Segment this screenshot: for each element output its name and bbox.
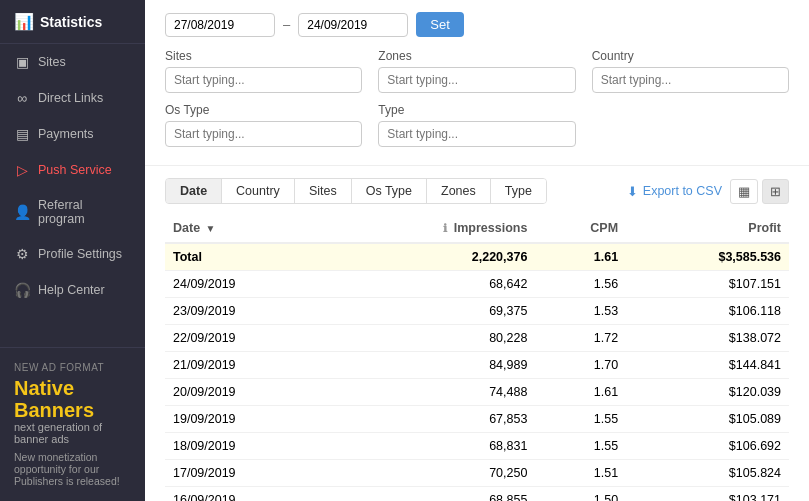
cell-date: 21/09/2019 (165, 352, 328, 379)
cell-impressions: 68,855 (328, 487, 536, 502)
table-row: 21/09/2019 84,989 1.70 $144.841 (165, 352, 789, 379)
os-type-input[interactable] (165, 121, 362, 147)
total-profit: $3,585.536 (626, 243, 789, 271)
push-icon: ▷ (14, 162, 30, 178)
cell-profit: $106.692 (626, 433, 789, 460)
country-label: Country (592, 49, 789, 63)
table-row: 18/09/2019 68,831 1.55 $106.692 (165, 433, 789, 460)
payments-icon: ▤ (14, 126, 30, 142)
cell-profit: $105.824 (626, 460, 789, 487)
cell-impressions: 68,642 (328, 271, 536, 298)
sidebar-item-label: Payments (38, 127, 94, 141)
ad-label: NEW AD FORMAT (14, 362, 131, 373)
total-row: Total 2,220,376 1.61 $3,585.536 (165, 243, 789, 271)
tab-sites[interactable]: Sites (295, 179, 352, 203)
os-type-label: Os Type (165, 103, 362, 117)
country-input[interactable] (592, 67, 789, 93)
sidebar-item-label: Referral program (38, 198, 131, 226)
sidebar-header: 📊 Statistics (0, 0, 145, 44)
cell-cpm: 1.72 (535, 325, 626, 352)
table-row: 16/09/2019 68,855 1.50 $103.171 (165, 487, 789, 502)
set-button[interactable]: Set (416, 12, 464, 37)
sidebar-item-label: Sites (38, 55, 66, 69)
cell-date: 24/09/2019 (165, 271, 328, 298)
statistics-table: Date ▼ ℹ Impressions CPM Profit Total 2,… (165, 214, 789, 501)
sidebar-item-payments[interactable]: ▤ Payments (0, 116, 145, 152)
cell-impressions: 84,989 (328, 352, 536, 379)
cell-date: 23/09/2019 (165, 298, 328, 325)
cell-impressions: 67,853 (328, 406, 536, 433)
tab-country[interactable]: Country (222, 179, 295, 203)
cell-date: 22/09/2019 (165, 325, 328, 352)
sidebar: 📊 Statistics ▣ Sites ∞ Direct Links ▤ Pa… (0, 0, 145, 501)
table-row: 23/09/2019 69,375 1.53 $106.118 (165, 298, 789, 325)
ad-desc: New monetization opportunity for our Pub… (14, 451, 131, 487)
cell-cpm: 1.70 (535, 352, 626, 379)
sidebar-item-profile[interactable]: ⚙ Profile Settings (0, 236, 145, 272)
tab-date[interactable]: Date (166, 179, 222, 203)
empty-filter (592, 103, 789, 147)
info-icon: ℹ (443, 222, 447, 234)
sites-input[interactable] (165, 67, 362, 93)
date-range-row: – Set (165, 12, 789, 37)
sidebar-item-sites[interactable]: ▣ Sites (0, 44, 145, 80)
table-row: 20/09/2019 74,488 1.61 $120.039 (165, 379, 789, 406)
tab-type[interactable]: Type (491, 179, 546, 203)
sidebar-item-push-service[interactable]: ▷ Push Service (0, 152, 145, 188)
filters-panel: – Set Sites Zones Country Os Type (145, 0, 809, 166)
zones-label: Zones (378, 49, 575, 63)
table-row: 19/09/2019 67,853 1.55 $105.089 (165, 406, 789, 433)
filter-row-1: Sites Zones Country (165, 49, 789, 93)
cell-date: 20/09/2019 (165, 379, 328, 406)
table-row: 17/09/2019 70,250 1.51 $105.824 (165, 460, 789, 487)
cell-cpm: 1.61 (535, 379, 626, 406)
cell-profit: $106.118 (626, 298, 789, 325)
cell-profit: $105.089 (626, 406, 789, 433)
export-csv-button[interactable]: ⬇ Export to CSV (627, 184, 722, 199)
country-filter: Country (592, 49, 789, 93)
os-type-filter: Os Type (165, 103, 362, 147)
cell-date: 16/09/2019 (165, 487, 328, 502)
cell-profit: $103.171 (626, 487, 789, 502)
view-tabs: Date Country Sites Os Type Zones Type (165, 178, 547, 204)
cell-impressions: 68,831 (328, 433, 536, 460)
col-header-profit[interactable]: Profit (626, 214, 789, 243)
cell-profit: $138.072 (626, 325, 789, 352)
bar-chart-view-button[interactable]: ▦ (730, 179, 758, 204)
cell-date: 19/09/2019 (165, 406, 328, 433)
direct-links-icon: ∞ (14, 90, 30, 106)
sites-filter: Sites (165, 49, 362, 93)
cell-cpm: 1.55 (535, 406, 626, 433)
date-to-input[interactable] (298, 13, 408, 37)
table-view-button[interactable]: ⊞ (762, 179, 789, 204)
type-input[interactable] (378, 121, 575, 147)
sidebar-item-label: Push Service (38, 163, 112, 177)
sidebar-item-referral[interactable]: 👤 Referral program (0, 188, 145, 236)
cell-impressions: 74,488 (328, 379, 536, 406)
cell-date: 17/09/2019 (165, 460, 328, 487)
zones-input[interactable] (378, 67, 575, 93)
cell-profit: $120.039 (626, 379, 789, 406)
cell-cpm: 1.50 (535, 487, 626, 502)
stats-icon: 📊 (14, 12, 34, 31)
col-header-date[interactable]: Date ▼ (165, 214, 328, 243)
sidebar-item-direct-links[interactable]: ∞ Direct Links (0, 80, 145, 116)
col-header-cpm[interactable]: CPM (535, 214, 626, 243)
cell-profit: $107.151 (626, 271, 789, 298)
cell-impressions: 69,375 (328, 298, 536, 325)
sidebar-item-help[interactable]: 🎧 Help Center (0, 272, 145, 308)
sort-icon: ▼ (206, 223, 216, 234)
cell-impressions: 80,228 (328, 325, 536, 352)
tabs-row: Date Country Sites Os Type Zones Type ⬇ … (165, 178, 789, 204)
col-header-impressions[interactable]: ℹ Impressions (328, 214, 536, 243)
table-row: 24/09/2019 68,642 1.56 $107.151 (165, 271, 789, 298)
filter-row-2: Os Type Type (165, 103, 789, 147)
cell-cpm: 1.51 (535, 460, 626, 487)
tab-os-type[interactable]: Os Type (352, 179, 427, 203)
date-from-input[interactable] (165, 13, 275, 37)
table-area: Date Country Sites Os Type Zones Type ⬇ … (145, 166, 809, 501)
type-filter: Type (378, 103, 575, 147)
download-icon: ⬇ (627, 184, 638, 199)
sidebar-item-label: Profile Settings (38, 247, 122, 261)
tab-zones[interactable]: Zones (427, 179, 491, 203)
